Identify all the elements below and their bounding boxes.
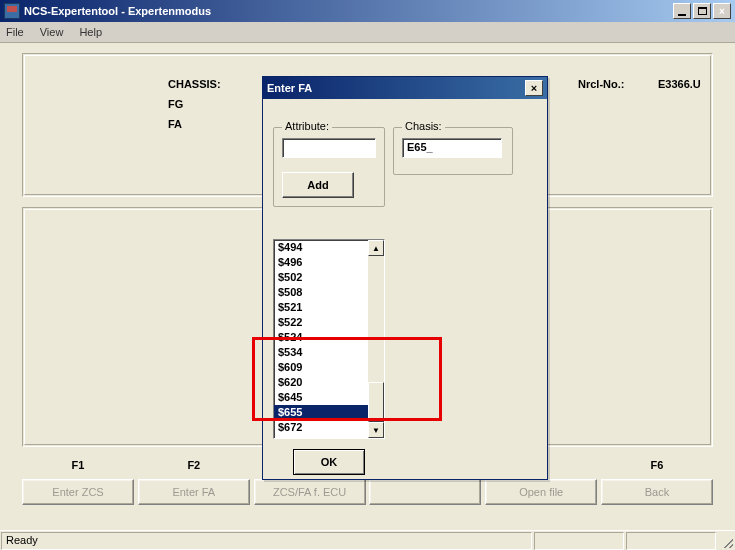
fkey-f6: F6 <box>601 459 713 471</box>
app-icon <box>4 3 20 19</box>
list-item[interactable]: $534 <box>274 345 368 360</box>
open-file-button[interactable]: Open file <box>485 479 597 505</box>
list-item[interactable]: $502 <box>274 270 368 285</box>
scroll-up-button[interactable]: ▲ <box>368 240 384 256</box>
attribute-input[interactable] <box>282 138 376 158</box>
attribute-listbox[interactable]: $494$496$502$508$521$522$524$534$609$620… <box>273 239 385 439</box>
nrcl-value: E3366.U <box>658 78 701 90</box>
window-close-button[interactable]: × <box>713 3 731 19</box>
back-button[interactable]: Back <box>601 479 713 505</box>
window-minimize-button[interactable] <box>673 3 691 19</box>
list-item[interactable]: $524 <box>274 330 368 345</box>
titlebar: NCS-Expertentool - Expertenmodus × <box>0 0 735 22</box>
menubar: File View Help <box>0 22 735 42</box>
list-item[interactable]: $672 <box>274 420 368 435</box>
menu-file[interactable]: File <box>6 26 24 38</box>
chassis-label: CHASSIS: <box>168 78 221 90</box>
fa-label: FA <box>168 118 182 130</box>
nrcl-label: Nrcl-No.: <box>578 78 624 90</box>
chasis-fieldset: Chasis: E65_ <box>393 127 513 175</box>
window-maximize-button[interactable] <box>693 3 711 19</box>
resize-grip-icon[interactable] <box>717 532 735 550</box>
dialog-close-button[interactable]: × <box>525 80 543 96</box>
enter-fa-dialog: Enter FA × Attribute: Add Chasis: E65_ $… <box>262 76 548 480</box>
status-cell-2 <box>534 532 624 550</box>
dialog-titlebar: Enter FA × <box>263 77 547 99</box>
scroll-down-button[interactable]: ▼ <box>368 422 384 438</box>
list-item[interactable]: $620 <box>274 375 368 390</box>
chasis-input[interactable]: E65_ <box>402 138 502 158</box>
listbox-scrollbar[interactable]: ▲ ▼ <box>368 240 384 438</box>
list-item[interactable]: $508 <box>274 285 368 300</box>
ok-button[interactable]: OK <box>293 449 365 475</box>
list-item[interactable]: $494 <box>274 240 368 255</box>
enter-fa-button[interactable]: Enter FA <box>138 479 250 505</box>
window-title: NCS-Expertentool - Expertenmodus <box>24 5 673 17</box>
button-row: Enter ZCS Enter FA ZCS/FA f. ECU Open fi… <box>22 479 713 505</box>
add-button[interactable]: Add <box>282 172 354 198</box>
fkey-f2: F2 <box>138 459 250 471</box>
attribute-label: Attribute: <box>282 120 332 132</box>
blank-button[interactable] <box>369 479 481 505</box>
list-item[interactable]: $521 <box>274 300 368 315</box>
chasis-label: Chasis: <box>402 120 445 132</box>
list-item[interactable]: $655 <box>274 405 368 420</box>
zcs-fa-ecu-button[interactable]: ZCS/FA f. ECU <box>254 479 366 505</box>
enter-zcs-button[interactable]: Enter ZCS <box>22 479 134 505</box>
list-item[interactable]: $645 <box>274 390 368 405</box>
menu-help[interactable]: Help <box>79 26 102 38</box>
scroll-thumb[interactable] <box>368 382 384 422</box>
fkey-f1: F1 <box>22 459 134 471</box>
list-item[interactable]: $609 <box>274 360 368 375</box>
status-ready: Ready <box>1 532 532 550</box>
fg-label: FG <box>168 98 183 110</box>
list-item[interactable]: $496 <box>274 255 368 270</box>
list-item[interactable]: $522 <box>274 315 368 330</box>
status-cell-3 <box>626 532 716 550</box>
statusbar: Ready <box>0 530 735 550</box>
menu-view[interactable]: View <box>40 26 64 38</box>
attribute-fieldset: Attribute: Add <box>273 127 385 207</box>
dialog-title: Enter FA <box>267 82 525 94</box>
